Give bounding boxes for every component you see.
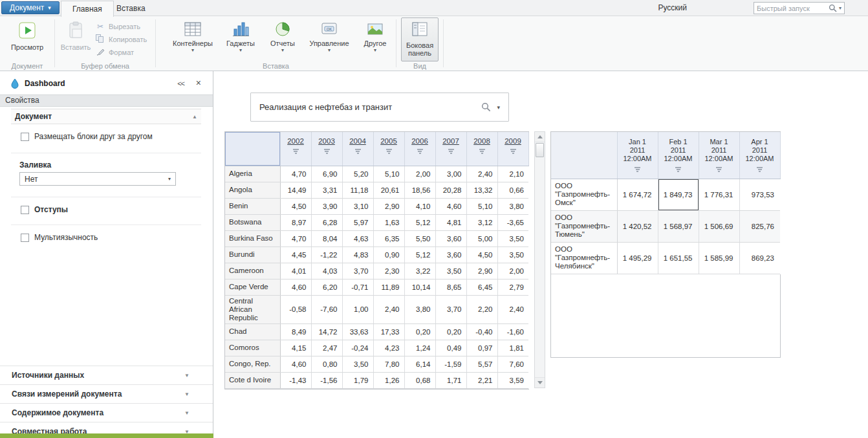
data-cell[interactable]: -1,59 <box>435 356 466 372</box>
filter-icon[interactable] <box>479 149 486 154</box>
data-cell[interactable]: 2,00 <box>404 166 435 182</box>
close-panel-button[interactable]: × <box>196 78 201 87</box>
data-cell[interactable]: 18,56 <box>404 182 435 198</box>
filter-icon[interactable] <box>675 167 682 172</box>
controls-button[interactable]: OK Управление ▾ <box>307 18 351 61</box>
filter-icon[interactable] <box>634 167 641 172</box>
data-cell[interactable]: 4,10 <box>404 198 435 214</box>
data-cell[interactable]: 6,28 <box>311 214 342 230</box>
data-cell[interactable]: 20,61 <box>373 182 404 198</box>
data-cell[interactable]: 1,79 <box>342 372 373 388</box>
data-cell[interactable]: 3,31 <box>311 182 342 198</box>
scrollbar-thumb[interactable] <box>536 143 544 157</box>
data-cell[interactable]: 3,80 <box>404 295 435 323</box>
data-cell[interactable]: 4,60 <box>280 279 311 295</box>
data-cell[interactable]: 13,32 <box>466 182 497 198</box>
collapse-panel-button[interactable]: << <box>177 80 184 87</box>
data-cell[interactable]: 1,00 <box>342 295 373 323</box>
data-cell[interactable]: 2,21 <box>466 372 497 388</box>
scroll-down-button[interactable] <box>535 377 545 388</box>
column-header[interactable]: 2007 <box>435 132 466 166</box>
data-cell[interactable]: 8,65 <box>435 279 466 295</box>
chevron-down-icon[interactable]: ▾ <box>497 104 500 111</box>
data-cell[interactable]: 1 776,31 <box>699 179 739 210</box>
column-header[interactable]: 2009 <box>497 132 528 166</box>
data-cell[interactable]: -1,43 <box>280 372 311 388</box>
copy-button[interactable]: Копировать <box>95 34 147 45</box>
data-cell[interactable]: 7,80 <box>373 356 404 372</box>
row-label[interactable]: Cote d Ivoire <box>225 372 280 388</box>
data-cell[interactable]: 0,20 <box>404 323 435 340</box>
data-cell[interactable]: -0,58 <box>280 295 311 323</box>
data-cell[interactable]: 4,60 <box>280 356 311 372</box>
filter-icon[interactable] <box>756 167 763 172</box>
column-header[interactable]: 2008 <box>466 132 497 166</box>
data-cell[interactable]: 3,60 <box>435 230 466 246</box>
data-cell[interactable]: 3,00 <box>435 166 466 182</box>
paste-button[interactable]: Вставить <box>58 18 93 60</box>
data-cell[interactable]: -7,60 <box>311 295 342 323</box>
column-header[interactable]: Apr 1201112:00AM <box>739 132 780 179</box>
data-cell[interactable]: 4,70 <box>280 230 311 246</box>
data-cell[interactable]: 2,40 <box>466 166 497 182</box>
data-cell[interactable]: 0,68 <box>404 372 435 388</box>
data-cell[interactable]: 11,89 <box>373 279 404 295</box>
column-header[interactable]: Mar 1201112:00AM <box>699 132 739 179</box>
data-cell[interactable]: 5,12 <box>404 214 435 230</box>
data-cell[interactable]: -0,24 <box>342 340 373 356</box>
data-cell[interactable]: 3,60 <box>435 246 466 263</box>
gadgets-button[interactable]: Гаджеты ▾ <box>222 18 259 61</box>
data-cell[interactable]: 5,97 <box>342 214 373 230</box>
data-cell[interactable]: 2,47 <box>311 340 342 356</box>
data-cell[interactable]: 2,20 <box>466 295 497 323</box>
row-label[interactable]: Comoros <box>225 340 280 356</box>
data-cell[interactable]: 3,10 <box>342 198 373 214</box>
data-cell[interactable]: 2,40 <box>497 295 528 323</box>
quick-search-input[interactable] <box>757 5 829 12</box>
column-sort-link[interactable]: 2008 <box>473 137 490 145</box>
data-cell[interactable]: 1 651,55 <box>658 242 699 274</box>
data-cell[interactable]: 5,50 <box>404 230 435 246</box>
quick-search-box[interactable]: ▾ <box>754 2 845 14</box>
data-cell[interactable]: 0,97 <box>466 340 497 356</box>
filter-icon[interactable] <box>323 149 331 154</box>
data-cell[interactable]: -3,65 <box>497 214 528 230</box>
cut-button[interactable]: ✂ Вырезать <box>95 21 147 32</box>
column-sort-link[interactable]: 2003 <box>318 137 335 145</box>
data-cell[interactable]: 3,50 <box>435 263 466 279</box>
data-cell[interactable]: 2,40 <box>373 295 404 323</box>
column-sort-link[interactable]: 2004 <box>349 137 366 145</box>
data-cell[interactable]: 2,79 <box>497 279 528 295</box>
column-sort-link[interactable]: 2005 <box>380 137 397 145</box>
row-label[interactable]: ООО "Газпромнефть-Тюмень" <box>551 210 617 242</box>
row-label[interactable]: Burundi <box>225 246 280 263</box>
data-cell[interactable]: 4,23 <box>373 340 404 356</box>
tab-home[interactable]: Главная <box>61 1 114 17</box>
scroll-up-button[interactable] <box>535 132 545 142</box>
filter-icon[interactable] <box>354 149 362 154</box>
data-cell[interactable]: 0,49 <box>435 340 466 356</box>
data-cell[interactable]: 2,90 <box>466 263 497 279</box>
data-cell[interactable]: 5,12 <box>404 246 435 263</box>
multilang-checkbox[interactable] <box>21 234 29 242</box>
column-header[interactable]: Jan 1201112:00AM <box>617 132 658 179</box>
data-cell[interactable]: 2,90 <box>373 198 404 214</box>
data-cell[interactable]: 825,76 <box>739 210 780 242</box>
data-cell[interactable]: 3,70 <box>435 295 466 323</box>
data-cell[interactable]: 4,50 <box>280 198 311 214</box>
data-cell[interactable]: 4,03 <box>311 263 342 279</box>
reports-button[interactable]: Отчеты ▾ <box>266 18 299 61</box>
data-cell[interactable]: 8,49 <box>280 323 311 340</box>
format-button[interactable]: Формат <box>95 47 147 58</box>
data-cell[interactable]: 1 495,29 <box>617 242 658 274</box>
column-header[interactable]: 2005 <box>373 132 404 166</box>
filter-icon[interactable] <box>448 149 455 154</box>
other-button[interactable]: Другое ▾ <box>358 18 393 61</box>
data-cell[interactable]: 4,45 <box>280 246 311 263</box>
column-sort-link[interactable]: 2006 <box>411 137 428 145</box>
vertical-scrollbar[interactable] <box>534 131 545 388</box>
data-cell[interactable]: 6,45 <box>466 279 497 295</box>
data-cell[interactable]: 1 420,52 <box>617 210 658 242</box>
application-menu-button[interactable]: Документ ▾ <box>1 1 60 14</box>
data-cell[interactable]: 1 568,97 <box>658 210 699 242</box>
